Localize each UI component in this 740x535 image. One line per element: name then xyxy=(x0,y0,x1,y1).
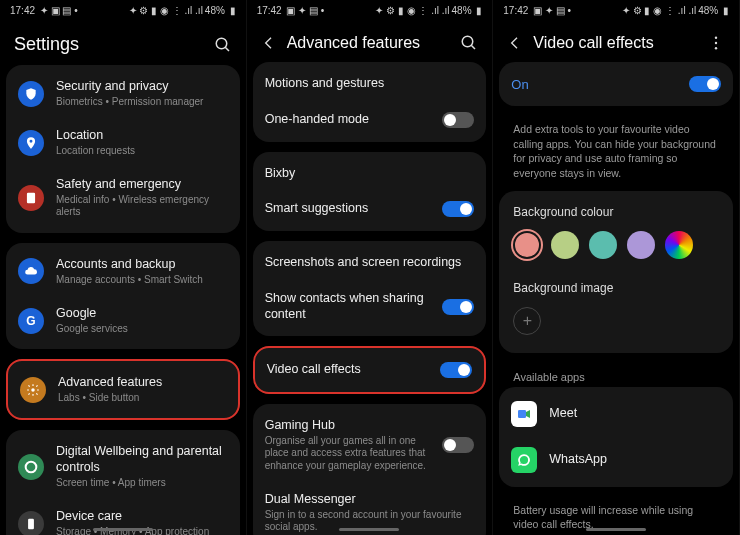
app-whatsapp[interactable]: WhatsApp xyxy=(499,437,733,483)
status-bar: 17:42 ✦ ▣ ▤ • ✦ ⚙ ▮ ◉ ⋮ .ıl .ıl 48% ▮ xyxy=(0,0,246,20)
meet-icon xyxy=(511,401,537,427)
shield-icon xyxy=(18,81,44,107)
colour-green[interactable] xyxy=(551,231,579,259)
row-one-handed[interactable]: One-handed mode xyxy=(253,102,487,138)
svg-point-4 xyxy=(26,461,37,472)
nav-bar[interactable] xyxy=(586,528,646,531)
bg-colour-label: Background colour xyxy=(499,195,733,223)
bg-image-label: Background image xyxy=(499,273,733,299)
row-bixby[interactable]: Bixby xyxy=(253,156,487,192)
nav-bar[interactable] xyxy=(339,528,399,531)
back-icon[interactable] xyxy=(507,35,523,51)
row-screenshots[interactable]: Screenshots and screen recordings xyxy=(253,245,487,281)
google-icon: G xyxy=(18,308,44,334)
row-on-toggle[interactable]: On xyxy=(499,66,733,102)
description: Add extra tools to your favourite video … xyxy=(499,116,733,191)
toggle-on[interactable] xyxy=(689,76,721,92)
donut-icon xyxy=(18,454,44,480)
status-time: 17:42 xyxy=(10,5,35,16)
status-battery: 48% xyxy=(205,5,225,16)
svg-point-0 xyxy=(216,38,227,49)
svg-marker-12 xyxy=(526,410,530,418)
row-motions[interactable]: Motions and gestures xyxy=(253,66,487,102)
cloud-icon xyxy=(18,258,44,284)
advanced-features-pane: 17:42 ▣ ✦ ▤ • ✦ ⚙ ▮ ◉ ⋮ .ıl .ıl 48% ▮ Ad… xyxy=(247,0,494,535)
settings-item-location[interactable]: LocationLocation requests xyxy=(6,118,240,167)
status-bar: 17:42 ▣ ✦ ▤ • ✦ ⚙ ▮ ◉ ⋮ .ıl .ıl 48% ▮ xyxy=(493,0,739,20)
row-video-call-effects[interactable]: Video call effects xyxy=(255,352,485,388)
colour-teal[interactable] xyxy=(589,231,617,259)
svg-line-1 xyxy=(225,47,229,51)
row-gaming-hub[interactable]: Gaming HubOrganise all your games all in… xyxy=(253,408,487,482)
svg-line-7 xyxy=(472,45,476,49)
settings-item-security[interactable]: Security and privacyBiometrics • Permiss… xyxy=(6,69,240,118)
colour-rainbow[interactable] xyxy=(665,231,693,259)
svg-point-10 xyxy=(715,47,717,49)
search-icon[interactable] xyxy=(460,34,478,52)
add-image-button[interactable]: + xyxy=(513,307,541,335)
toggle-video-call-effects[interactable] xyxy=(440,362,472,378)
nav-bar[interactable] xyxy=(93,528,153,531)
available-apps-label: Available apps xyxy=(499,363,733,387)
svg-point-6 xyxy=(463,36,474,47)
settings-pane: 17:42 ✦ ▣ ▤ • ✦ ⚙ ▮ ◉ ⋮ .ıl .ıl 48% ▮ Se… xyxy=(0,0,247,535)
colour-picker xyxy=(499,223,733,273)
page-title: Advanced features xyxy=(287,34,451,52)
colour-purple[interactable] xyxy=(627,231,655,259)
settings-item-google[interactable]: G GoogleGoogle services xyxy=(6,296,240,345)
colour-pink[interactable] xyxy=(513,231,541,259)
page-title: Settings xyxy=(14,34,204,55)
settings-item-wellbeing[interactable]: Digital Wellbeing and parental controlsS… xyxy=(6,434,240,499)
settings-item-advanced-features[interactable]: Advanced featuresLabs • Side button xyxy=(8,365,238,414)
settings-header: Settings xyxy=(0,20,246,65)
svg-rect-5 xyxy=(28,518,34,529)
svg-rect-2 xyxy=(27,193,35,204)
search-icon[interactable] xyxy=(214,36,232,54)
app-meet[interactable]: Meet xyxy=(499,391,733,437)
back-icon[interactable] xyxy=(261,35,277,51)
settings-item-accounts[interactable]: Accounts and backupManage accounts • Sma… xyxy=(6,247,240,296)
more-icon[interactable] xyxy=(707,34,725,52)
svg-point-8 xyxy=(715,37,717,39)
toggle-one-handed[interactable] xyxy=(442,112,474,128)
status-bar: 17:42 ▣ ✦ ▤ • ✦ ⚙ ▮ ◉ ⋮ .ıl .ıl 48% ▮ xyxy=(247,0,493,20)
page-title: Video call effects xyxy=(533,34,697,52)
row-show-contacts[interactable]: Show contacts when sharing content xyxy=(253,281,487,332)
gear-icon xyxy=(20,377,46,403)
on-label: On xyxy=(511,77,677,92)
video-call-effects-pane: 17:42 ▣ ✦ ▤ • ✦ ⚙ ▮ ◉ ⋮ .ıl .ıl 48% ▮ Vi… xyxy=(493,0,740,535)
svg-point-9 xyxy=(715,42,717,44)
pin-icon xyxy=(18,130,44,156)
toggle-show-contacts[interactable] xyxy=(442,299,474,315)
toggle-gaming-hub[interactable] xyxy=(442,437,474,453)
settings-item-safety[interactable]: Safety and emergencyMedical info • Wirel… xyxy=(6,167,240,229)
row-smart-suggestions[interactable]: Smart suggestions xyxy=(253,191,487,227)
svg-rect-11 xyxy=(518,410,526,418)
toggle-smart-suggestions[interactable] xyxy=(442,201,474,217)
alert-icon xyxy=(18,185,44,211)
phone-icon xyxy=(18,511,44,535)
svg-point-3 xyxy=(31,388,35,392)
whatsapp-icon xyxy=(511,447,537,473)
